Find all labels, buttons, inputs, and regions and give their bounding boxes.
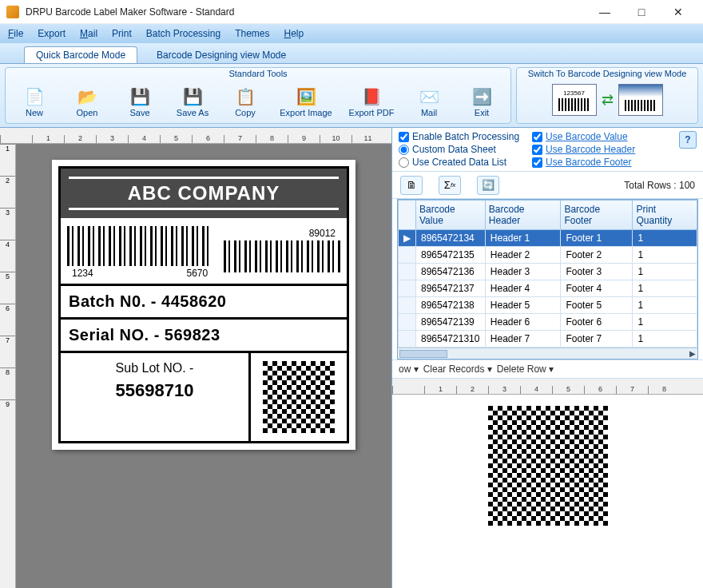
image-icon: 🖼️ bbox=[295, 85, 317, 108]
table-row[interactable]: 8965472139Header 6Footer 61 bbox=[399, 314, 697, 331]
serial-number: Serial NO. - 569823 bbox=[61, 320, 347, 353]
design-thumb-icon bbox=[618, 84, 663, 116]
data-pane: Enable Batch Processing Custom Data Shee… bbox=[391, 128, 703, 588]
menu-mail[interactable]: Mail bbox=[80, 28, 97, 39]
mail-button[interactable]: ✉️Mail bbox=[405, 81, 453, 122]
row-dropdown[interactable]: ow ▾ bbox=[399, 364, 419, 375]
help-button[interactable]: ? bbox=[679, 131, 697, 149]
total-rows-label: Total Rows : 100 bbox=[624, 180, 695, 191]
enable-batch-checkbox[interactable]: Enable Batch Processing bbox=[399, 131, 519, 142]
window-title: DRPU Barcode Label Maker Software - Stan… bbox=[26, 6, 586, 18]
menubar: File Export Mail Print Batch Processing … bbox=[0, 24, 703, 43]
swap-icon: ⇄ bbox=[602, 91, 614, 109]
table-row[interactable]: ▶8965472134Header 1Footer 11 bbox=[399, 230, 697, 247]
preview-qr-code bbox=[488, 406, 608, 526]
toolbar: Standard Tools 📄New 📂Open 💾Save 💾Save As… bbox=[0, 64, 703, 128]
col-barcode-value[interactable]: Barcode Value bbox=[416, 201, 486, 230]
custom-data-radio[interactable]: Custom Data Sheet bbox=[399, 144, 519, 155]
table-toolbar: 🗎 Σfx 🔄 Total Rows : 100 bbox=[392, 172, 703, 199]
use-barcode-footer-link[interactable]: Use Barcode Footer bbox=[532, 157, 635, 168]
tab-designing-view[interactable]: Barcode Designing view Mode bbox=[152, 47, 291, 63]
barcode-1: 12345670 bbox=[67, 226, 212, 280]
close-button[interactable]: ✕ bbox=[660, 0, 697, 24]
switch-mode-group: Switch To Barcode Designing view Mode 12… bbox=[516, 67, 698, 124]
data-grid[interactable]: Barcode Value Barcode Header Barcode Foo… bbox=[397, 199, 698, 360]
switch-mode-button[interactable]: 123567 ⇄ bbox=[517, 79, 697, 121]
sublot-cell: Sub Lot NO. - 55698710 bbox=[61, 353, 251, 441]
menu-file[interactable]: File bbox=[8, 28, 23, 39]
col-barcode-header[interactable]: Barcode Header bbox=[485, 201, 561, 230]
formula-button[interactable]: Σfx bbox=[439, 176, 461, 195]
created-data-radio[interactable]: Use Created Data List bbox=[399, 157, 519, 168]
ruler-horizontal: 1234567891011 bbox=[0, 128, 391, 144]
open-button[interactable]: 📂Open bbox=[63, 81, 111, 122]
titlebar: DRPU Barcode Label Maker Software - Stan… bbox=[0, 0, 703, 24]
preview-ruler: 12345678 bbox=[392, 379, 703, 395]
menu-print[interactable]: Print bbox=[112, 28, 132, 39]
menu-themes[interactable]: Themes bbox=[235, 28, 269, 39]
app-icon bbox=[6, 6, 19, 18]
exit-button[interactable]: ➡️Exit bbox=[458, 81, 506, 122]
new-button[interactable]: 📄New bbox=[10, 81, 58, 122]
save-button[interactable]: 💾Save bbox=[116, 81, 164, 122]
copy-button[interactable]: 📋Copy bbox=[221, 81, 269, 122]
barcode-2: 89012 bbox=[224, 226, 340, 280]
company-header: ABC COMPANY bbox=[61, 169, 347, 218]
canvas-pane: 1234567891011 123456789 ABC COMPANY bbox=[0, 128, 391, 588]
use-barcode-header-link[interactable]: Use Barcode Header bbox=[532, 144, 635, 155]
grid-scrollbar[interactable]: ▶ bbox=[398, 348, 697, 359]
qr-code-icon bbox=[263, 361, 335, 433]
row-operations: ow ▾ Clear Records ▾ Delete Row ▾ bbox=[392, 360, 703, 379]
save-as-icon: 💾 bbox=[181, 85, 204, 108]
import-button[interactable]: 🗎 bbox=[400, 176, 423, 195]
copy-icon: 📋 bbox=[234, 85, 256, 108]
pdf-icon: 📕 bbox=[360, 85, 383, 108]
delete-row-dropdown[interactable]: Delete Row ▾ bbox=[497, 364, 554, 375]
table-row[interactable]: 89654721310Header 7Footer 71 bbox=[399, 331, 697, 348]
col-barcode-footer[interactable]: Barcode Footer bbox=[561, 201, 633, 230]
folder-open-icon: 📂 bbox=[76, 85, 98, 108]
save-as-button[interactable]: 💾Save As bbox=[169, 81, 216, 122]
tab-quick-barcode[interactable]: Quick Barcode Mode bbox=[24, 46, 137, 63]
use-barcode-value-link[interactable]: Use Barcode Value bbox=[532, 131, 635, 142]
table-row[interactable]: 8965472136Header 3Footer 31 bbox=[399, 264, 697, 280]
save-icon: 💾 bbox=[129, 85, 151, 108]
mode-tabs: Quick Barcode Mode Barcode Designing vie… bbox=[0, 43, 703, 64]
barcode-preview-pane: 12345678 bbox=[392, 379, 703, 588]
table-row[interactable]: 8965472137Header 4Footer 41 bbox=[399, 280, 697, 297]
file-icon: 📄 bbox=[23, 85, 46, 108]
qr-cell bbox=[251, 353, 347, 441]
batch-options: Enable Batch Processing Custom Data Shee… bbox=[392, 128, 703, 172]
exit-icon: ➡️ bbox=[471, 85, 493, 108]
menu-help[interactable]: Help bbox=[284, 28, 304, 39]
menu-export[interactable]: Export bbox=[38, 28, 66, 39]
maximize-button[interactable]: □ bbox=[623, 0, 660, 24]
standard-tools-header: Standard Tools bbox=[6, 68, 510, 79]
minimize-button[interactable]: — bbox=[586, 0, 623, 24]
menu-batch[interactable]: Batch Processing bbox=[146, 28, 220, 39]
barcode-thumb-icon: 123567 bbox=[552, 84, 597, 116]
clear-records-dropdown[interactable]: Clear Records ▾ bbox=[423, 364, 492, 375]
batch-number: Batch N0. - 4458620 bbox=[61, 286, 347, 320]
mail-icon: ✉️ bbox=[418, 85, 440, 108]
col-print-quantity[interactable]: Print Quantity bbox=[633, 201, 697, 230]
ruler-vertical: 123456789 bbox=[0, 144, 16, 588]
table-row[interactable]: 8965472135Header 2Footer 21 bbox=[399, 247, 697, 264]
main-area: 1234567891011 123456789 ABC COMPANY bbox=[0, 128, 703, 588]
label-preview[interactable]: ABC COMPANY 12345670 89012 bbox=[52, 160, 355, 450]
table-row[interactable]: 8965472138Header 5Footer 51 bbox=[399, 297, 697, 314]
export-pdf-button[interactable]: 📕Export PDF bbox=[343, 81, 400, 122]
refresh-button[interactable]: 🔄 bbox=[477, 176, 499, 195]
export-image-button[interactable]: 🖼️Export Image bbox=[274, 81, 338, 122]
standard-tools-group: Standard Tools 📄New 📂Open 💾Save 💾Save As… bbox=[5, 67, 511, 124]
design-canvas[interactable]: ABC COMPANY 12345670 89012 bbox=[16, 144, 391, 588]
switch-mode-header: Switch To Barcode Designing view Mode bbox=[517, 68, 697, 79]
